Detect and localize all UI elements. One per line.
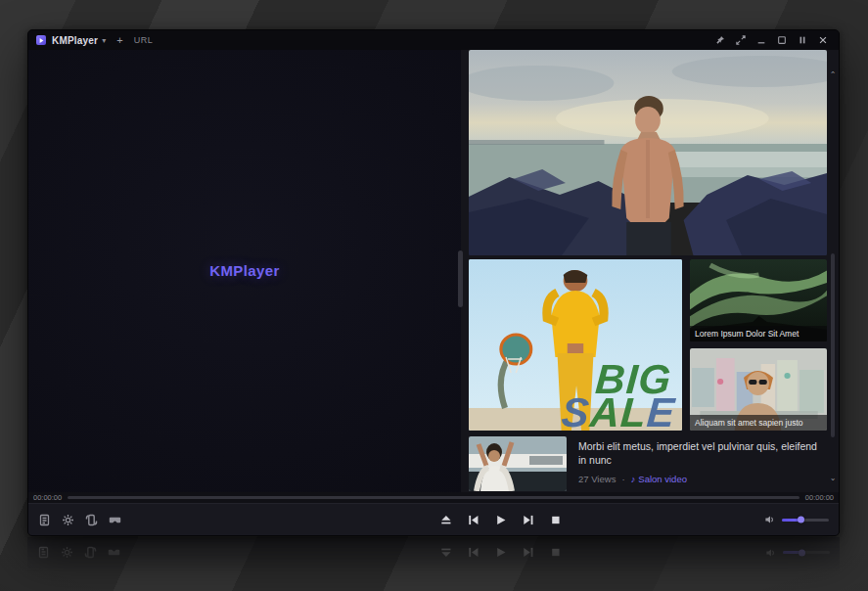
minimize-icon[interactable] <box>753 32 769 48</box>
volume-icon[interactable] <box>764 514 776 525</box>
list-item-title: Morbi elit metus, imperdiet vel pulvinar… <box>578 439 823 467</box>
volume-slider <box>783 552 830 555</box>
maximize-icon[interactable] <box>794 32 810 48</box>
desktop-background: KMPlayer ▾ + URL <box>0 0 868 591</box>
kmplayer-watermark: KMPlayer <box>209 262 280 279</box>
screen-rotate-icon <box>84 547 97 560</box>
salon-video-image <box>469 436 567 491</box>
menu-caret-icon[interactable]: ▾ <box>102 36 106 45</box>
vr-goggles-icon[interactable] <box>109 514 121 526</box>
seekbar-row: 00:00:00 00:00:00 <box>27 569 840 580</box>
category-link-label: Salon video <box>638 474 687 484</box>
time-duration: 00:00:00 <box>806 570 835 579</box>
play-icon <box>495 548 506 559</box>
close-icon[interactable] <box>814 32 831 48</box>
scroll-up-icon[interactable]: ⌃ <box>829 69 837 79</box>
featured-video-thumbnail[interactable] <box>469 50 827 255</box>
add-media-button[interactable]: + <box>112 31 127 49</box>
app-title: KMPlayer <box>52 35 98 46</box>
previous-icon[interactable] <box>468 515 479 525</box>
panel-collapse-handle[interactable] <box>458 250 463 307</box>
settings-gear-icon <box>61 547 73 560</box>
next-icon <box>523 548 533 559</box>
time-elapsed: 00:00:00 <box>33 493 62 502</box>
ad-text: BIG SALE <box>561 363 679 431</box>
seekbar-row: 00:00:00 00:00:00 <box>28 492 839 503</box>
frame-icon[interactable] <box>773 32 790 48</box>
scroll-down-icon[interactable]: ⌄ <box>829 473 837 482</box>
stop-icon <box>550 548 561 559</box>
volume-icon <box>765 547 777 559</box>
volume-slider[interactable] <box>782 519 829 522</box>
open-eject-icon <box>440 548 451 559</box>
seekbar[interactable] <box>68 496 799 499</box>
playlist-panel: BIG SALE <box>461 50 839 492</box>
scale-icon[interactable] <box>732 32 749 48</box>
window-reflection: 00:00:00 00:00:00 <box>27 537 840 591</box>
video-thumbnail-aurora[interactable]: Lorem Ipsum Dolor Sit Amet <box>690 259 827 341</box>
playlist-scrollbar[interactable]: ⌃ ⌄ <box>829 52 837 490</box>
meta-separator-dot: · <box>621 474 624 484</box>
ad-banner[interactable]: BIG SALE <box>469 259 682 431</box>
vr-goggles-icon <box>108 547 120 560</box>
next-icon[interactable] <box>523 515 533 525</box>
play-icon[interactable] <box>495 515 506 525</box>
volume-knob[interactable] <box>798 517 804 523</box>
settings-gear-icon[interactable] <box>62 514 74 526</box>
kmplayer-window: KMPlayer ▾ + URL <box>27 29 840 536</box>
control-bar <box>27 537 840 569</box>
thumbnail-caption: Aliquam sit amet sapien justo <box>690 415 827 431</box>
previous-icon <box>468 548 479 559</box>
screen-rotate-icon[interactable] <box>85 514 98 526</box>
ad-word-sale: SALE <box>561 397 676 431</box>
open-url-button[interactable]: URL <box>134 35 154 45</box>
list-item-thumbnail <box>469 436 567 491</box>
video-thumbnail-city[interactable]: Aliquam sit amet sapien justo <box>690 348 827 431</box>
thumbnail-caption: Lorem Ipsum Dolor Sit Amet <box>690 326 827 341</box>
control-bar <box>28 503 839 535</box>
time-duration: 00:00:00 <box>805 493 834 502</box>
view-count: 27 Views <box>578 474 616 484</box>
category-link[interactable]: ♪ Salon video <box>631 474 687 484</box>
beach-scene-image <box>469 50 827 255</box>
pin-icon[interactable] <box>711 32 728 48</box>
stop-icon[interactable] <box>550 515 561 525</box>
seekbar <box>67 573 800 576</box>
video-list-item[interactable]: Morbi elit metus, imperdiet vel pulvinar… <box>469 436 827 493</box>
open-eject-icon[interactable] <box>440 515 451 525</box>
scrollbar-thumb[interactable] <box>831 253 835 437</box>
playlist-icon[interactable] <box>38 514 51 526</box>
titlebar: KMPlayer ▾ + URL <box>28 30 839 50</box>
music-note-icon: ♪ <box>631 474 636 484</box>
time-elapsed: 00:00:00 <box>32 570 61 579</box>
volume-knob <box>799 550 805 557</box>
kmplayer-logo-icon <box>36 35 46 45</box>
playlist-icon <box>37 547 50 560</box>
video-player-area[interactable]: KMPlayer <box>28 50 461 492</box>
